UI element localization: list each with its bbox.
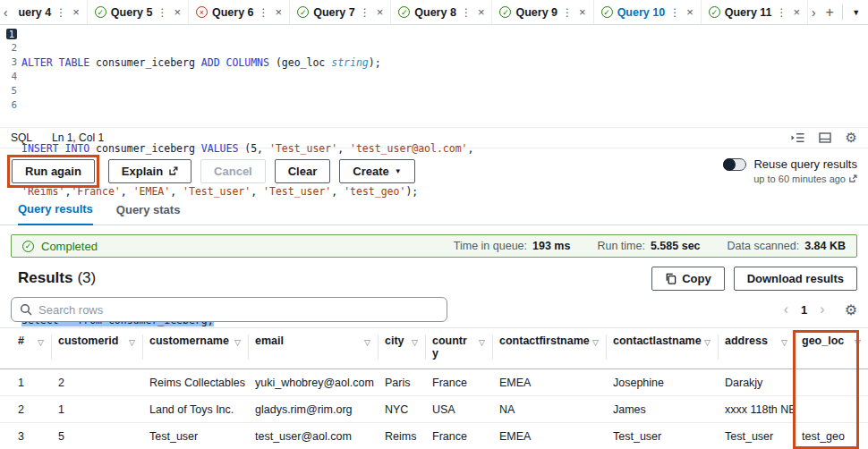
previous-page-icon[interactable]: ‹ (784, 301, 788, 318)
copy-button[interactable]: Copy (651, 267, 725, 291)
search-box[interactable] (11, 297, 447, 322)
tab-close-icon[interactable]: × (377, 5, 384, 19)
column-header-row-number[interactable]: #▽ (11, 328, 51, 369)
new-tab-button[interactable]: + (820, 0, 840, 24)
tab-label: Query 8 (414, 6, 456, 19)
line-number: 5 (0, 84, 17, 98)
tab-query-stats[interactable]: Query stats (116, 203, 181, 224)
tab-query-9[interactable]: ✓ Query 9 ⋮ × (492, 0, 593, 24)
editor-settings-gear-icon[interactable]: ⚙ (846, 130, 857, 146)
sql-editor[interactable]: 1 2 3 4 5 6 ALTER TABLE consumer_iceberg… (0, 25, 868, 127)
column-header-geo-loc[interactable]: geo_loc▽ (795, 328, 868, 369)
results-table: #▽ customerid▽ customername▽ email▽ city… (0, 327, 868, 449)
tab-close-icon[interactable]: × (276, 5, 283, 19)
code-token: ADD COLUMNS (201, 56, 269, 69)
download-results-button[interactable]: Download results (734, 267, 857, 291)
external-link-icon (848, 174, 857, 183)
reuse-results-toggle[interactable] (723, 158, 746, 171)
metric-value: 5.585 sec (651, 240, 701, 252)
code-token: ); (405, 185, 418, 198)
column-header-contactfirstname[interactable]: contactfirstname▽ (492, 328, 606, 369)
results-count: (3) (77, 269, 96, 287)
cell: Test_user (718, 430, 795, 443)
filter-icon[interactable]: ▽ (855, 336, 861, 349)
split-panel-icon[interactable] (819, 132, 831, 143)
tab-query-7[interactable]: ✓ Query 7 ⋮ × (290, 0, 391, 24)
table-row: 3 5 Test_user test_user@aol.com Reims Fr… (0, 423, 868, 449)
filter-icon[interactable]: ▽ (38, 336, 44, 349)
tab-kebab-icon[interactable]: ⋮ (55, 6, 66, 19)
status-success-icon: ✓ (297, 6, 309, 18)
tab-close-icon[interactable]: × (72, 5, 80, 19)
search-icon (20, 303, 32, 316)
tabs-scroll-left-icon[interactable]: ‹ (0, 0, 11, 24)
filter-icon[interactable]: ▽ (781, 336, 787, 349)
search-rows-input[interactable] (38, 303, 438, 317)
tab-query-8[interactable]: ✓ Query 8 ⋮ × (391, 0, 492, 24)
tab-kebab-icon[interactable]: ⋮ (777, 6, 787, 19)
tab-kebab-icon[interactable]: ⋮ (259, 6, 269, 19)
tab-query-6[interactable]: × Query 6 ⋮ × (189, 0, 290, 24)
current-page-number[interactable]: 1 (801, 303, 807, 317)
next-page-icon[interactable]: › (820, 301, 824, 318)
cancel-button[interactable]: Cancel (200, 159, 266, 183)
column-header-address[interactable]: address▽ (718, 328, 795, 369)
tab-close-icon[interactable]: × (478, 5, 485, 19)
cell: Darakjy (718, 377, 795, 389)
column-header-customername[interactable]: customername▽ (142, 328, 248, 369)
code-token: (geo_loc (269, 56, 331, 69)
tab-close-icon[interactable]: × (174, 5, 181, 19)
tab-query-results[interactable]: Query results (18, 202, 93, 225)
format-query-icon[interactable] (791, 132, 804, 143)
tabs-scroll-right-icon[interactable]: › (808, 0, 819, 24)
tab-kebab-icon[interactable]: ⋮ (157, 6, 167, 19)
line-number: 6 (0, 98, 17, 113)
cell: Land of Toys Inc. (142, 403, 248, 416)
code-token: consumer_iceberg (89, 142, 201, 155)
column-header-customerid[interactable]: customerid▽ (51, 328, 142, 369)
column-label: # (18, 335, 24, 347)
tab-kebab-icon[interactable]: ⋮ (669, 6, 680, 19)
cell: Reims Collectables (142, 377, 248, 389)
tab-query-10[interactable]: ✓ Query 10 ⋮ × (594, 0, 702, 24)
cell: 1 (11, 377, 51, 389)
tab-close-icon[interactable]: × (579, 5, 586, 19)
filter-icon[interactable]: ▽ (129, 336, 135, 349)
table-row: 1 2 Reims Collectables yuki_whobrey@aol.… (0, 369, 868, 396)
tab-kebab-icon[interactable]: ⋮ (461, 6, 472, 19)
toggle-knob (723, 158, 736, 171)
column-label: country (432, 335, 472, 360)
tab-close-icon[interactable]: × (686, 5, 694, 19)
filter-icon[interactable]: ▽ (364, 336, 370, 349)
tabs-overflow-menu-icon[interactable]: ▼ (845, 0, 868, 24)
cell: 2 (51, 377, 142, 389)
tab-kebab-icon[interactable]: ⋮ (360, 6, 370, 19)
filter-icon[interactable]: ▽ (412, 336, 418, 349)
tab-kebab-icon[interactable]: ⋮ (562, 6, 573, 19)
column-header-email[interactable]: email▽ (248, 328, 378, 369)
explain-button[interactable]: Explain (108, 159, 191, 183)
tab-query-11[interactable]: ✓ Query 11 ⋮ × (702, 0, 808, 24)
cell: 2 (11, 403, 51, 416)
filter-icon[interactable]: ▽ (479, 336, 485, 349)
filter-icon[interactable]: ▽ (234, 336, 241, 349)
tab-query-4[interactable]: uery 4 ⋮ × (11, 0, 87, 24)
column-header-country[interactable]: country▽ (425, 328, 492, 369)
column-label: city (385, 335, 404, 347)
table-header-row: #▽ customerid▽ customername▽ email▽ city… (0, 328, 868, 369)
create-dropdown-button[interactable]: Create ▼ (339, 159, 414, 183)
cell: Test_user (606, 430, 718, 443)
tab-query-5[interactable]: ✓ Query 5 ⋮ × (88, 0, 189, 24)
filter-icon[interactable]: ▽ (704, 336, 711, 349)
column-header-city[interactable]: city▽ (378, 328, 425, 369)
tab-close-icon[interactable]: × (794, 5, 801, 19)
query-tab-bar: ‹ uery 4 ⋮ × ✓ Query 5 ⋮ × × Query 6 ⋮ ×… (0, 0, 868, 25)
success-check-icon: ✓ (22, 241, 34, 252)
run-again-button[interactable]: Run again (12, 159, 95, 183)
preferences-gear-icon[interactable]: ⚙ (845, 301, 857, 318)
column-header-contactlastname[interactable]: contactlastname▽ (606, 328, 718, 369)
filter-icon[interactable]: ▽ (592, 336, 599, 349)
clear-button[interactable]: Clear (275, 159, 331, 183)
code-token: , (468, 142, 474, 155)
code-token: 'test_user@aol.com' (350, 142, 468, 155)
